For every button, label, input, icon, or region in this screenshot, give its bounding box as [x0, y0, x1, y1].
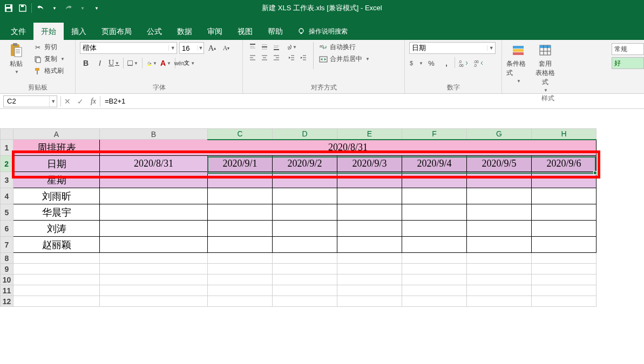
paste-button[interactable]: 粘贴 ▼: [4, 42, 28, 74]
qat-customize-icon[interactable]: ▼: [91, 3, 102, 13]
cell-G7[interactable]: [467, 237, 532, 253]
cell-G9[interactable]: [467, 264, 532, 274]
cell-B8[interactable]: [100, 253, 208, 264]
cell-A8[interactable]: [13, 253, 100, 264]
cell-F6[interactable]: [402, 221, 467, 237]
fill-color-button[interactable]: ▼: [146, 57, 158, 69]
cell-C8[interactable]: [208, 253, 273, 264]
accounting-format-button[interactable]: $▼: [409, 57, 423, 69]
paste-dropdown-icon[interactable]: ▼: [15, 70, 19, 74]
cell-B1-merged[interactable]: 2020/8/31: [100, 140, 596, 156]
cell-E9[interactable]: [337, 264, 402, 274]
cell-F12[interactable]: [402, 296, 467, 307]
cell-H9[interactable]: [532, 264, 596, 274]
cell-D7[interactable]: [273, 237, 337, 253]
cell-C6[interactable]: [208, 221, 273, 237]
cell-D4[interactable]: [273, 188, 337, 204]
cell-E5[interactable]: [337, 204, 402, 221]
cell-C10[interactable]: [208, 274, 273, 285]
cell-A5[interactable]: 华晨宇: [13, 204, 100, 221]
cell-F8[interactable]: [402, 253, 467, 264]
bold-button[interactable]: B: [80, 57, 92, 69]
cell-E2[interactable]: 2020/9/3: [337, 156, 402, 172]
decrease-indent-button[interactable]: [286, 53, 297, 63]
cell-F9[interactable]: [402, 264, 467, 274]
cell-H4[interactable]: [532, 188, 596, 204]
font-color-button[interactable]: A▼: [160, 57, 172, 69]
cell-A9[interactable]: [13, 264, 100, 274]
align-left-button[interactable]: [247, 53, 258, 63]
tab-help[interactable]: 帮助: [260, 23, 290, 40]
col-header-F[interactable]: F: [402, 129, 467, 140]
cell-A6[interactable]: 刘涛: [13, 221, 100, 237]
cell-G8[interactable]: [467, 253, 532, 264]
phonetic-button[interactable]: wén文▼: [179, 57, 191, 69]
cell-D10[interactable]: [273, 274, 337, 285]
font-name-combo[interactable]: ▼: [80, 42, 177, 54]
row-header-11[interactable]: 11: [1, 285, 13, 296]
cell-D5[interactable]: [273, 204, 337, 221]
border-button[interactable]: ▼: [127, 57, 139, 69]
cell-B10[interactable]: [100, 274, 208, 285]
cell-D3[interactable]: [273, 172, 337, 188]
cut-button[interactable]: ✂剪切: [32, 42, 66, 52]
tell-me-search[interactable]: 操作说明搜索: [290, 23, 354, 40]
col-header-C[interactable]: C: [208, 129, 273, 140]
col-header-D[interactable]: D: [273, 129, 337, 140]
row-header-9[interactable]: 9: [1, 264, 13, 274]
tab-page-layout[interactable]: 页面布局: [94, 23, 139, 40]
cell-A2[interactable]: 日期: [13, 156, 100, 172]
cell-B3[interactable]: [100, 172, 208, 188]
cell-A10[interactable]: [13, 274, 100, 285]
font-size-dropdown-icon[interactable]: ▼: [198, 45, 204, 51]
cell-F5[interactable]: [402, 204, 467, 221]
align-right-button[interactable]: [271, 53, 282, 63]
align-middle-button[interactable]: [259, 42, 270, 52]
cell-E6[interactable]: [337, 221, 402, 237]
redo-icon[interactable]: [63, 3, 74, 13]
cell-style-good[interactable]: 好: [612, 57, 644, 69]
row-header-7[interactable]: 7: [1, 237, 13, 253]
cancel-formula-button[interactable]: ✕: [61, 95, 74, 107]
orientation-button[interactable]: ab▼: [286, 42, 297, 52]
cell-B7[interactable]: [100, 237, 208, 253]
cell-E12[interactable]: [337, 296, 402, 307]
cell-G3[interactable]: [467, 172, 532, 188]
tab-review[interactable]: 审阅: [200, 23, 230, 40]
font-name-input[interactable]: [80, 43, 168, 53]
cell-H6[interactable]: [532, 221, 596, 237]
increase-decimal-button[interactable]: .0.00: [456, 57, 470, 69]
cell-H2[interactable]: 2020/9/6: [532, 156, 596, 172]
cell-B4[interactable]: [100, 188, 208, 204]
cell-A12[interactable]: [13, 296, 100, 307]
row-header-3[interactable]: 3: [1, 172, 13, 188]
align-top-button[interactable]: [247, 42, 258, 52]
font-size-combo[interactable]: ▼: [179, 42, 204, 54]
undo-icon[interactable]: [35, 3, 46, 13]
number-format-input[interactable]: [410, 43, 487, 53]
cell-E7[interactable]: [337, 237, 402, 253]
cell-F3[interactable]: [402, 172, 467, 188]
cell-H7[interactable]: [532, 237, 596, 253]
col-header-G[interactable]: G: [467, 129, 532, 140]
font-name-dropdown-icon[interactable]: ▼: [168, 45, 177, 51]
cell-D12[interactable]: [273, 296, 337, 307]
row-header-12[interactable]: 12: [1, 296, 13, 307]
tab-data[interactable]: 数据: [170, 23, 200, 40]
cell-D9[interactable]: [273, 264, 337, 274]
redo-dropdown-icon[interactable]: ▼: [77, 3, 88, 13]
tab-formulas[interactable]: 公式: [139, 23, 170, 40]
decrease-decimal-button[interactable]: .00.0: [471, 57, 485, 69]
cell-E10[interactable]: [337, 274, 402, 285]
cell-D2[interactable]: 2020/9/2: [273, 156, 337, 172]
tab-file[interactable]: 文件: [3, 23, 33, 40]
decrease-font-button[interactable]: A▾: [220, 42, 232, 54]
insert-function-button[interactable]: fx: [87, 95, 100, 107]
cell-B12[interactable]: [100, 296, 208, 307]
cell-C7[interactable]: [208, 237, 273, 253]
row-header-1[interactable]: 1: [1, 140, 13, 156]
select-all-corner[interactable]: [1, 129, 13, 140]
row-header-5[interactable]: 5: [1, 204, 13, 221]
cell-E11[interactable]: [337, 285, 402, 296]
percent-button[interactable]: %: [424, 57, 438, 69]
